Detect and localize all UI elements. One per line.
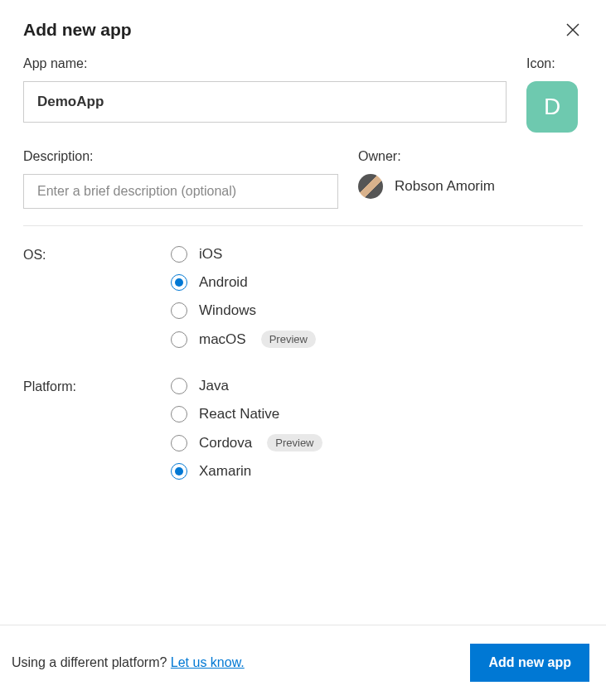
platform-label: Platform: xyxy=(23,378,171,480)
radio-icon xyxy=(171,302,187,319)
dialog-title: Add new app xyxy=(23,20,132,40)
radio-option-xamarin[interactable]: Xamarin xyxy=(171,463,322,480)
footer-text: Using a different platform? Let us know. xyxy=(12,655,245,670)
radio-label: Windows xyxy=(199,302,256,319)
preview-badge: Preview xyxy=(261,331,316,348)
owner-name: Robson Amorim xyxy=(395,178,495,195)
radio-icon xyxy=(171,406,187,422)
radio-label: Cordova xyxy=(199,435,252,451)
radio-option-ios[interactable]: iOS xyxy=(171,246,316,263)
radio-label: macOS xyxy=(199,331,246,348)
radio-label: Android xyxy=(199,274,248,291)
radio-icon xyxy=(171,435,187,451)
radio-label: React Native xyxy=(199,406,279,422)
radio-option-android[interactable]: Android xyxy=(171,274,316,291)
description-label: Description: xyxy=(23,149,338,164)
radio-icon xyxy=(171,246,187,263)
radio-option-macos[interactable]: macOSPreview xyxy=(171,331,316,348)
app-name-label: App name: xyxy=(23,56,507,71)
radio-icon xyxy=(171,331,187,348)
radio-option-windows[interactable]: Windows xyxy=(171,302,316,319)
os-label: OS: xyxy=(23,246,171,348)
platform-options: JavaReact NativeCordovaPreviewXamarin xyxy=(171,378,322,480)
description-input[interactable] xyxy=(23,174,338,209)
radio-icon xyxy=(171,274,187,291)
preview-badge: Preview xyxy=(267,434,322,451)
close-button[interactable] xyxy=(563,20,583,40)
radio-icon xyxy=(171,463,187,480)
footer-link[interactable]: Let us know. xyxy=(171,655,245,669)
radio-option-java[interactable]: Java xyxy=(171,378,322,394)
radio-label: Java xyxy=(199,378,229,394)
close-icon xyxy=(565,22,580,37)
radio-icon xyxy=(171,378,187,394)
owner-avatar xyxy=(358,174,383,199)
radio-label: Xamarin xyxy=(199,463,251,480)
app-icon-preview[interactable]: D xyxy=(526,81,578,133)
app-name-input[interactable] xyxy=(23,81,507,123)
add-new-app-button[interactable]: Add new app xyxy=(470,644,589,682)
radio-option-cordova[interactable]: CordovaPreview xyxy=(171,434,322,451)
radio-label: iOS xyxy=(199,246,222,263)
owner-label: Owner: xyxy=(358,149,583,164)
section-divider xyxy=(23,225,583,226)
icon-label: Icon: xyxy=(526,56,583,71)
radio-option-react-native[interactable]: React Native xyxy=(171,406,322,422)
os-options: iOSAndroidWindowsmacOSPreview xyxy=(171,246,316,348)
